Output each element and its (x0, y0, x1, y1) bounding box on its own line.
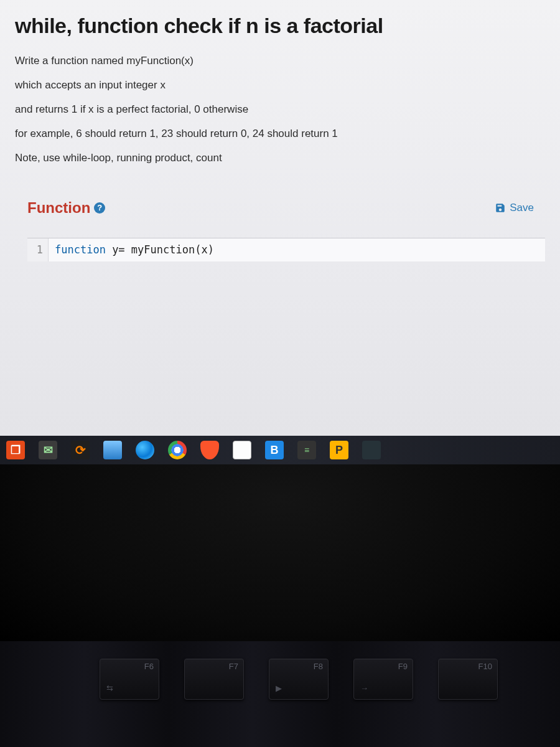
key-f9: F9→ (353, 659, 413, 700)
keyword-function: function (55, 243, 106, 256)
problem-description: Write a function named myFunction(x) whi… (15, 54, 545, 176)
calculator-icon[interactable]: ≡ (297, 441, 316, 459)
line-number: 1 (37, 243, 43, 256)
chrome-icon[interactable] (168, 441, 187, 459)
function-label: Function ? (27, 199, 105, 217)
desc-line: Write a function named myFunction(x) (15, 54, 545, 68)
app-b-icon[interactable]: B (265, 441, 284, 459)
page-content: while, function check if n is a factoria… (0, 0, 560, 436)
key-f7: F7 (184, 659, 244, 700)
monitor-bezel (0, 464, 560, 641)
function-section-header: Function ? Save (15, 199, 545, 217)
save-button-label: Save (510, 202, 534, 214)
save-button[interactable]: Save (495, 202, 534, 214)
document-icon[interactable] (233, 441, 251, 459)
edge-icon[interactable] (136, 441, 154, 459)
code-editor[interactable]: 1 function y= myFunction(x) (27, 238, 545, 262)
screens-icon[interactable] (362, 441, 381, 459)
function-label-text: Function (27, 199, 90, 217)
office-icon[interactable]: ❐ (6, 441, 25, 459)
key-f10: F10 (438, 659, 498, 700)
brave-icon[interactable] (200, 441, 219, 459)
physical-keyboard: F6⇆ F7 F8▶ F9→ F10 (0, 641, 560, 747)
save-icon (495, 202, 506, 214)
desc-line: for example, 6 should return 1, 23 shoul… (15, 127, 545, 141)
reload-icon[interactable]: ⟳ (71, 441, 90, 459)
wechat-icon[interactable]: ✉ (39, 441, 57, 459)
code-rest: y= myFunction(x) (106, 243, 214, 256)
key-f8: F8▶ (269, 659, 329, 700)
file-explorer-icon[interactable] (103, 441, 122, 459)
app-p-icon[interactable]: P (330, 441, 348, 459)
help-icon[interactable]: ? (94, 202, 105, 214)
key-f6: F6⇆ (100, 659, 159, 700)
desc-line: Note, use while-loop, running product, c… (15, 151, 545, 166)
line-gutter: 1 (27, 238, 49, 262)
page-title: while, function check if n is a factoria… (15, 14, 545, 38)
desc-line: which accepts an input integer x (15, 78, 545, 93)
code-line[interactable]: function y= myFunction(x) (49, 238, 220, 262)
windows-taskbar[interactable]: ❐ ✉ ⟳ B ≡ P (0, 436, 560, 464)
desc-line: and returns 1 if x is a perfect factoria… (15, 103, 545, 117)
